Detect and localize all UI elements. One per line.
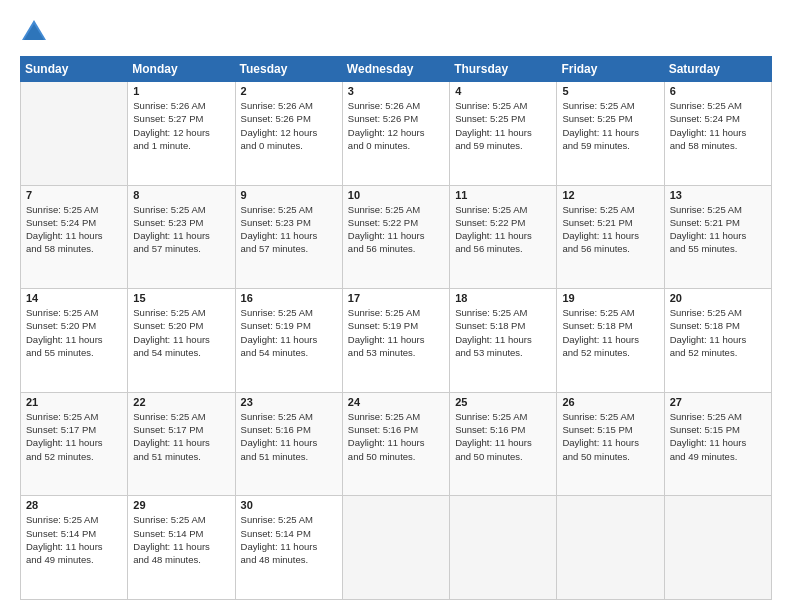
day-number: 23 [241, 396, 337, 408]
header [20, 18, 772, 46]
day-number: 3 [348, 85, 444, 97]
day-cell: 5Sunrise: 5:25 AM Sunset: 5:25 PM Daylig… [557, 82, 664, 186]
day-cell [342, 496, 449, 600]
day-cell: 4Sunrise: 5:25 AM Sunset: 5:25 PM Daylig… [450, 82, 557, 186]
day-detail: Sunrise: 5:25 AM Sunset: 5:14 PM Dayligh… [26, 513, 122, 566]
col-header-wednesday: Wednesday [342, 57, 449, 82]
week-row-2: 7Sunrise: 5:25 AM Sunset: 5:24 PM Daylig… [21, 185, 772, 289]
day-detail: Sunrise: 5:25 AM Sunset: 5:17 PM Dayligh… [26, 410, 122, 463]
col-header-sunday: Sunday [21, 57, 128, 82]
day-detail: Sunrise: 5:25 AM Sunset: 5:21 PM Dayligh… [562, 203, 658, 256]
day-cell: 15Sunrise: 5:25 AM Sunset: 5:20 PM Dayli… [128, 289, 235, 393]
day-cell: 28Sunrise: 5:25 AM Sunset: 5:14 PM Dayli… [21, 496, 128, 600]
day-detail: Sunrise: 5:25 AM Sunset: 5:22 PM Dayligh… [455, 203, 551, 256]
day-detail: Sunrise: 5:25 AM Sunset: 5:14 PM Dayligh… [241, 513, 337, 566]
day-number: 30 [241, 499, 337, 511]
day-detail: Sunrise: 5:25 AM Sunset: 5:15 PM Dayligh… [562, 410, 658, 463]
day-cell: 18Sunrise: 5:25 AM Sunset: 5:18 PM Dayli… [450, 289, 557, 393]
day-number: 14 [26, 292, 122, 304]
day-cell [557, 496, 664, 600]
calendar-table: SundayMondayTuesdayWednesdayThursdayFrid… [20, 56, 772, 600]
day-number: 19 [562, 292, 658, 304]
day-detail: Sunrise: 5:25 AM Sunset: 5:14 PM Dayligh… [133, 513, 229, 566]
day-number: 28 [26, 499, 122, 511]
col-header-friday: Friday [557, 57, 664, 82]
day-cell [664, 496, 771, 600]
day-cell: 23Sunrise: 5:25 AM Sunset: 5:16 PM Dayli… [235, 392, 342, 496]
day-cell: 13Sunrise: 5:25 AM Sunset: 5:21 PM Dayli… [664, 185, 771, 289]
day-cell: 8Sunrise: 5:25 AM Sunset: 5:23 PM Daylig… [128, 185, 235, 289]
day-detail: Sunrise: 5:25 AM Sunset: 5:24 PM Dayligh… [26, 203, 122, 256]
header-row: SundayMondayTuesdayWednesdayThursdayFrid… [21, 57, 772, 82]
day-number: 17 [348, 292, 444, 304]
col-header-monday: Monday [128, 57, 235, 82]
day-detail: Sunrise: 5:25 AM Sunset: 5:20 PM Dayligh… [26, 306, 122, 359]
day-number: 11 [455, 189, 551, 201]
day-number: 18 [455, 292, 551, 304]
day-detail: Sunrise: 5:25 AM Sunset: 5:18 PM Dayligh… [562, 306, 658, 359]
day-cell: 30Sunrise: 5:25 AM Sunset: 5:14 PM Dayli… [235, 496, 342, 600]
day-cell: 20Sunrise: 5:25 AM Sunset: 5:18 PM Dayli… [664, 289, 771, 393]
day-number: 26 [562, 396, 658, 408]
day-number: 4 [455, 85, 551, 97]
day-number: 2 [241, 85, 337, 97]
col-header-tuesday: Tuesday [235, 57, 342, 82]
day-detail: Sunrise: 5:25 AM Sunset: 5:19 PM Dayligh… [241, 306, 337, 359]
day-detail: Sunrise: 5:26 AM Sunset: 5:26 PM Dayligh… [348, 99, 444, 152]
week-row-5: 28Sunrise: 5:25 AM Sunset: 5:14 PM Dayli… [21, 496, 772, 600]
day-cell: 1Sunrise: 5:26 AM Sunset: 5:27 PM Daylig… [128, 82, 235, 186]
col-header-thursday: Thursday [450, 57, 557, 82]
day-detail: Sunrise: 5:25 AM Sunset: 5:16 PM Dayligh… [455, 410, 551, 463]
day-detail: Sunrise: 5:25 AM Sunset: 5:24 PM Dayligh… [670, 99, 766, 152]
day-detail: Sunrise: 5:25 AM Sunset: 5:23 PM Dayligh… [241, 203, 337, 256]
day-number: 25 [455, 396, 551, 408]
day-detail: Sunrise: 5:25 AM Sunset: 5:21 PM Dayligh… [670, 203, 766, 256]
day-number: 9 [241, 189, 337, 201]
logo-icon [20, 18, 48, 46]
day-detail: Sunrise: 5:25 AM Sunset: 5:25 PM Dayligh… [455, 99, 551, 152]
day-number: 27 [670, 396, 766, 408]
day-cell: 14Sunrise: 5:25 AM Sunset: 5:20 PM Dayli… [21, 289, 128, 393]
day-cell: 25Sunrise: 5:25 AM Sunset: 5:16 PM Dayli… [450, 392, 557, 496]
day-detail: Sunrise: 5:25 AM Sunset: 5:19 PM Dayligh… [348, 306, 444, 359]
day-number: 16 [241, 292, 337, 304]
day-cell: 7Sunrise: 5:25 AM Sunset: 5:24 PM Daylig… [21, 185, 128, 289]
day-number: 8 [133, 189, 229, 201]
logo [20, 18, 52, 46]
day-cell: 27Sunrise: 5:25 AM Sunset: 5:15 PM Dayli… [664, 392, 771, 496]
day-number: 29 [133, 499, 229, 511]
day-cell: 10Sunrise: 5:25 AM Sunset: 5:22 PM Dayli… [342, 185, 449, 289]
day-cell: 6Sunrise: 5:25 AM Sunset: 5:24 PM Daylig… [664, 82, 771, 186]
day-cell: 16Sunrise: 5:25 AM Sunset: 5:19 PM Dayli… [235, 289, 342, 393]
day-detail: Sunrise: 5:25 AM Sunset: 5:23 PM Dayligh… [133, 203, 229, 256]
day-cell: 26Sunrise: 5:25 AM Sunset: 5:15 PM Dayli… [557, 392, 664, 496]
day-number: 24 [348, 396, 444, 408]
day-number: 13 [670, 189, 766, 201]
day-detail: Sunrise: 5:26 AM Sunset: 5:26 PM Dayligh… [241, 99, 337, 152]
day-cell: 19Sunrise: 5:25 AM Sunset: 5:18 PM Dayli… [557, 289, 664, 393]
week-row-3: 14Sunrise: 5:25 AM Sunset: 5:20 PM Dayli… [21, 289, 772, 393]
day-cell: 24Sunrise: 5:25 AM Sunset: 5:16 PM Dayli… [342, 392, 449, 496]
day-number: 20 [670, 292, 766, 304]
day-number: 22 [133, 396, 229, 408]
day-cell: 29Sunrise: 5:25 AM Sunset: 5:14 PM Dayli… [128, 496, 235, 600]
day-detail: Sunrise: 5:25 AM Sunset: 5:22 PM Dayligh… [348, 203, 444, 256]
page: SundayMondayTuesdayWednesdayThursdayFrid… [0, 0, 792, 612]
day-detail: Sunrise: 5:25 AM Sunset: 5:16 PM Dayligh… [348, 410, 444, 463]
day-number: 1 [133, 85, 229, 97]
day-cell: 3Sunrise: 5:26 AM Sunset: 5:26 PM Daylig… [342, 82, 449, 186]
day-detail: Sunrise: 5:25 AM Sunset: 5:17 PM Dayligh… [133, 410, 229, 463]
day-detail: Sunrise: 5:25 AM Sunset: 5:15 PM Dayligh… [670, 410, 766, 463]
day-cell [450, 496, 557, 600]
day-cell: 21Sunrise: 5:25 AM Sunset: 5:17 PM Dayli… [21, 392, 128, 496]
day-number: 12 [562, 189, 658, 201]
day-detail: Sunrise: 5:25 AM Sunset: 5:20 PM Dayligh… [133, 306, 229, 359]
day-cell [21, 82, 128, 186]
day-detail: Sunrise: 5:25 AM Sunset: 5:25 PM Dayligh… [562, 99, 658, 152]
day-detail: Sunrise: 5:26 AM Sunset: 5:27 PM Dayligh… [133, 99, 229, 152]
day-cell: 17Sunrise: 5:25 AM Sunset: 5:19 PM Dayli… [342, 289, 449, 393]
col-header-saturday: Saturday [664, 57, 771, 82]
day-detail: Sunrise: 5:25 AM Sunset: 5:16 PM Dayligh… [241, 410, 337, 463]
week-row-1: 1Sunrise: 5:26 AM Sunset: 5:27 PM Daylig… [21, 82, 772, 186]
day-cell: 9Sunrise: 5:25 AM Sunset: 5:23 PM Daylig… [235, 185, 342, 289]
